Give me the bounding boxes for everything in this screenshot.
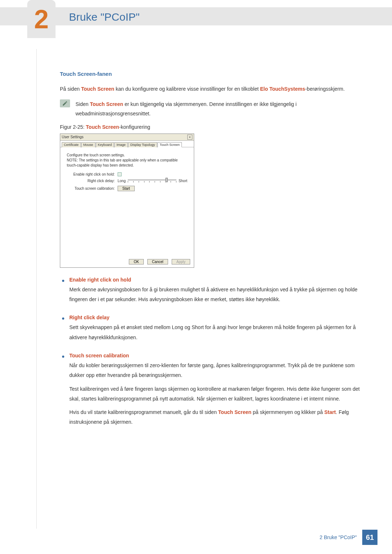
row-right-click-delay: Right click delay: Long Short (67, 178, 187, 184)
bullet-text: Når du kobler berøringsskjermen til zero… (69, 361, 363, 427)
close-button[interactable]: × (187, 135, 192, 140)
bullet-icon (62, 356, 64, 358)
list-item: Enable right click on hold Merk denne av… (60, 277, 363, 308)
intro-paragraph: På siden Touch Screen kan du konfigurere… (60, 84, 363, 94)
delay-slider-wrap: Long Short (118, 178, 187, 184)
enable-label: Enable right click on hold: (67, 172, 118, 176)
bullet-title: Enable right click on hold (69, 277, 363, 283)
text: Test kalibreringen ved å føre fingeren l… (69, 384, 363, 404)
bullet-content: Enable right click on hold Merk denne av… (69, 277, 363, 308)
dialog-titlebar: User Settings × (60, 134, 194, 141)
row-calibration: Touch screen calibration: Start (67, 186, 187, 191)
side-rule (36, 49, 37, 529)
bullet-text: Sett skyveknappen på et ønsket sted mell… (69, 323, 363, 342)
header-bar (0, 7, 392, 25)
ok-button[interactable]: OK (129, 259, 143, 264)
text: -berøringsskjerm. (305, 86, 345, 92)
dialog-title: User Settings (62, 135, 83, 139)
slider-thumb[interactable] (166, 178, 168, 182)
apply-button[interactable]: Apply (172, 259, 190, 264)
text: Hvis du vil starte kalibreringsprogramme… (69, 407, 363, 427)
text: Merk denne avkrysningsboksen for å gi br… (69, 285, 363, 305)
text: På siden (60, 86, 81, 92)
bullet-icon (62, 317, 64, 320)
cancel-button[interactable]: Cancel (147, 259, 168, 264)
page-number: 61 (362, 530, 377, 545)
note-text: Siden Touch Screen er kun tilgjengelig v… (75, 99, 363, 119)
bullet-content: Touch screen calibration Når du kobler b… (69, 353, 363, 431)
chapter-number: 2 (34, 6, 49, 32)
text: Sett skyveknappen på et ønsket sted mell… (69, 323, 363, 342)
text: -konfigurering (119, 124, 150, 130)
bullet-content: Right click delay Sett skyveknappen på e… (69, 315, 363, 346)
delay-label: Right click delay: (67, 179, 118, 183)
text: Når du kobler berøringsskjermen til zero… (69, 361, 363, 381)
bullet-text: Merk denne avkrysningsboksen for å gi br… (69, 285, 363, 305)
footer-text: 2 Bruke "PCoIP" (319, 534, 357, 540)
delay-slider[interactable] (128, 178, 176, 184)
dialog-buttons: OK Cancel Apply (60, 256, 194, 267)
bullet-icon (62, 280, 64, 282)
delay-long-label: Long (118, 179, 126, 183)
text: NOTE: The settings in this tab are appli… (67, 158, 187, 168)
tab-intro: Configure the touch screen settings. NOT… (67, 153, 187, 168)
note-block: Siden Touch Screen er kun tilgjengelig v… (60, 99, 363, 119)
slider-ticks (128, 181, 176, 182)
text: Siden (75, 101, 90, 107)
note-icon (60, 99, 70, 107)
tab-mouse[interactable]: Mouse (81, 142, 95, 147)
slider-line (128, 180, 176, 180)
chapter-title: Bruke "PCoIP" (69, 11, 140, 23)
calib-label: Touch screen calibration: (67, 186, 118, 190)
tab-certificate[interactable]: Certificate (62, 142, 81, 147)
footer: 2 Bruke "PCoIP" 61 (319, 530, 377, 545)
section-title: Touch Screen-fanen (60, 71, 363, 77)
delay-short-label: Short (179, 179, 187, 183)
tab-image[interactable]: Image (114, 142, 128, 147)
tab-body: Configure the touch screen settings. NOT… (60, 147, 194, 256)
list-item: Touch screen calibration Når du kobler b… (60, 353, 363, 431)
enable-checkbox[interactable] (118, 172, 122, 176)
pencil-icon (62, 100, 68, 106)
highlight-touch-screen: Touch Screen (86, 124, 119, 130)
figure-caption: Figur 2-25: Touch Screen-konfigurering (60, 124, 363, 130)
highlight-touch-screen: Touch Screen (81, 86, 114, 92)
bullet-title: Touch screen calibration (69, 353, 363, 358)
highlight-start: Start (324, 409, 336, 415)
highlight-elo: Elo TouchSystems (260, 86, 305, 92)
tab-touch-screen[interactable]: Touch Screen (158, 142, 182, 147)
text: Figur 2-25: (60, 124, 86, 130)
tab-strip: Certificate Mouse Keyboard Image Display… (60, 141, 194, 147)
start-button[interactable]: Start (118, 186, 135, 191)
chapter-badge: 2 (27, 0, 56, 38)
user-settings-dialog: User Settings × Certificate Mouse Keyboa… (60, 134, 194, 268)
bullet-list: Enable right click on hold Merk denne av… (60, 277, 363, 431)
list-item: Right click delay Sett skyveknappen på e… (60, 315, 363, 346)
text: kan du konfigurere og kalibrere visse in… (114, 86, 260, 92)
row-enable-right-click: Enable right click on hold: (67, 172, 187, 176)
highlight-touch-screen: Touch Screen (218, 409, 252, 415)
text: Hvis du vil starte kalibreringsprogramme… (69, 409, 218, 415)
bullet-title: Right click delay (69, 315, 363, 320)
text: Configure the touch screen settings. (67, 153, 187, 158)
content-area: Touch Screen-fanen På siden Touch Screen… (60, 0, 363, 431)
highlight-touch-screen: Touch Screen (90, 101, 123, 107)
tab-keyboard[interactable]: Keyboard (96, 142, 114, 147)
tab-display-topology[interactable]: Display Topology (128, 142, 157, 147)
text: på skjermmenyen og klikker på (252, 409, 324, 415)
